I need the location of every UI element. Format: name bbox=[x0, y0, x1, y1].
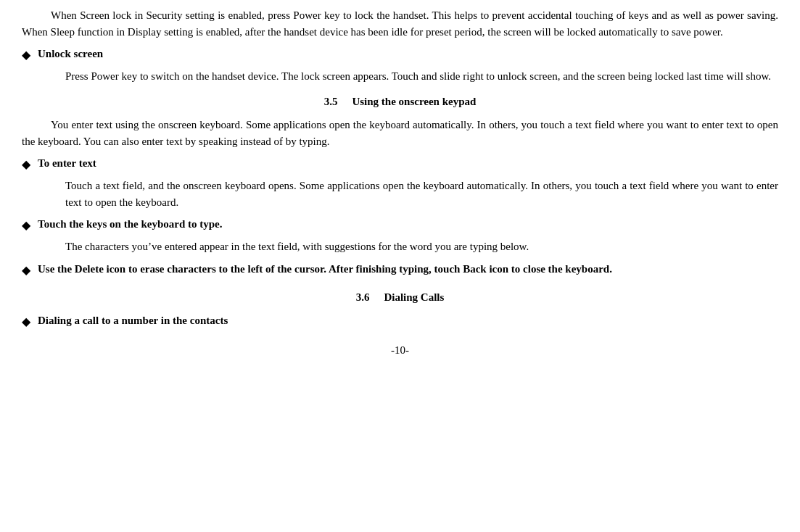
touch-keys-description: The characters you’ve entered appear in … bbox=[22, 238, 778, 255]
to-enter-text-label: To enter text bbox=[38, 157, 96, 169]
touch-keys-label: Touch the keys on the keyboard to type. bbox=[38, 218, 222, 230]
section-3-5-heading: 3.5Using the onscreen keypad bbox=[22, 93, 778, 110]
section-3-5-intro: You enter text using the onscreen keyboa… bbox=[22, 117, 778, 149]
unlock-screen-content: Unlock screen bbox=[38, 46, 778, 62]
bullet-diamond-icon: ◆ bbox=[22, 46, 30, 64]
bullet-diamond-icon-3: ◆ bbox=[22, 217, 30, 234]
section-3-5-number: 3.5 bbox=[324, 96, 338, 107]
bullet-diamond-icon-4: ◆ bbox=[22, 262, 30, 279]
intro-paragraph: When Screen lock in Security setting is … bbox=[22, 7, 778, 40]
bullet-diamond-icon-5: ◆ bbox=[22, 313, 30, 331]
use-delete-content: Use the Delete icon to erase characters … bbox=[38, 261, 778, 278]
dialing-contact-bullet: ◆ Dialing a call to a number in the cont… bbox=[22, 312, 778, 331]
section-3-6-title: Dialing Calls bbox=[384, 291, 444, 303]
unlock-screen-label: Unlock screen bbox=[38, 48, 103, 59]
use-delete-text: Use the Delete icon to erase characters … bbox=[38, 263, 612, 275]
page-content: When Screen lock in Security setting is … bbox=[22, 7, 778, 359]
to-enter-text-content: To enter text bbox=[38, 155, 778, 172]
section-3-6-number: 3.6 bbox=[356, 291, 370, 303]
touch-keys-content: Touch the keys on the keyboard to type. bbox=[38, 216, 778, 233]
unlock-screen-bullet: ◆ Unlock screen bbox=[22, 46, 778, 64]
bullet-diamond-icon-2: ◆ bbox=[22, 156, 30, 173]
dialing-contact-label: Dialing a call to a number in the contac… bbox=[38, 315, 228, 326]
page-number: -10- bbox=[22, 342, 778, 359]
touch-keys-bullet: ◆ Touch the keys on the keyboard to type… bbox=[22, 216, 778, 234]
dialing-contact-content: Dialing a call to a number in the contac… bbox=[38, 312, 778, 329]
to-enter-text-bullet: ◆ To enter text bbox=[22, 155, 778, 173]
use-delete-bullet: ◆ Use the Delete icon to erase character… bbox=[22, 261, 778, 279]
unlock-screen-description: Press Power key to switch on the handset… bbox=[22, 68, 778, 85]
section-3-5-title: Using the onscreen keypad bbox=[352, 96, 476, 107]
to-enter-text-description: Touch a text field, and the onscreen key… bbox=[22, 178, 778, 210]
section-3-6-heading: 3.6Dialing Calls bbox=[22, 289, 778, 306]
